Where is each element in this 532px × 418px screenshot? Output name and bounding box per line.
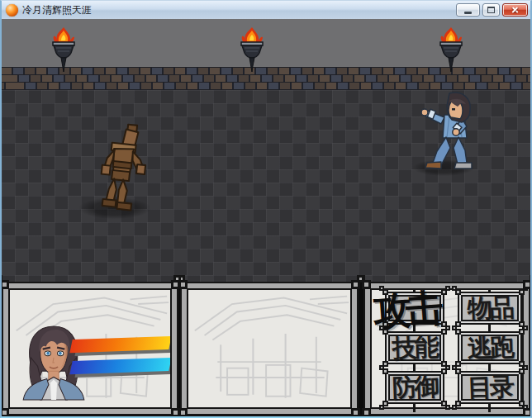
torch-sprite-center [238,26,266,73]
corner-ornament [441,329,447,335]
corner-ornament [523,408,530,416]
corner-ornament [382,368,388,374]
corner-ornament [441,289,447,295]
corner-ornament [523,280,530,289]
enemy-wooden-dummy-sprite [89,123,152,216]
window-title: 冷月清辉照天涯 [22,2,454,18]
corner-ornament [2,280,9,289]
corner-ornament [178,280,188,289]
defend-button[interactable]: 防御 [385,371,444,404]
menu-label: 目录 [467,370,512,406]
hp-bar [71,336,170,353]
corner-ornament [519,289,525,295]
corner-ornament [382,401,388,406]
player-sprite [416,90,477,174]
command-grid: 攻击物品技能逃跑防御目录 [372,290,522,407]
item-button[interactable]: 物品 [458,292,522,325]
corner-ornament [382,329,388,335]
command-panel: 攻击物品技能逃跑防御目录 [363,282,530,416]
torch-sprite-right [437,26,465,73]
item-label: 物品 [467,291,512,326]
skill-label: 技能 [392,330,437,366]
corner-ornament [519,329,525,335]
corner-ornament [362,408,371,416]
close-icon [511,6,520,15]
corner-ornament [519,368,525,374]
sketch-background [188,290,350,407]
maximize-button[interactable] [482,3,500,17]
corner-ornament [441,368,447,374]
corner-ornament [455,368,461,374]
corner-ornament [441,401,447,406]
corner-ornament [178,408,188,416]
game-window: 冷月清辉照天涯 [0,0,532,418]
attack-button[interactable]: 攻击 [385,292,444,325]
minimize-button[interactable] [456,3,480,17]
torch-sprite-left [50,26,78,73]
escape-label: 逃跑 [467,330,512,366]
corner-ornament [455,401,461,406]
mp-bar [71,358,170,374]
app-orb-icon [6,4,18,17]
defend-label: 防御 [392,370,437,406]
menu-button[interactable]: 目录 [458,371,522,404]
status-panel [2,282,178,416]
message-panel [180,282,359,416]
close-button[interactable] [502,3,528,17]
corner-ornament [455,289,461,295]
corner-ornament [455,329,461,335]
titlebar: 冷月清辉照天涯 [2,1,530,19]
battle-scene: 攻击物品技能逃跑防御目录 [2,19,530,416]
corner-ornament [519,401,525,406]
corner-ornament [362,280,371,289]
skill-button[interactable]: 技能 [385,331,444,364]
maximize-icon [487,7,495,13]
corner-ornament [2,408,9,416]
escape-button[interactable]: 逃跑 [458,331,522,364]
minimize-icon [464,12,472,14]
